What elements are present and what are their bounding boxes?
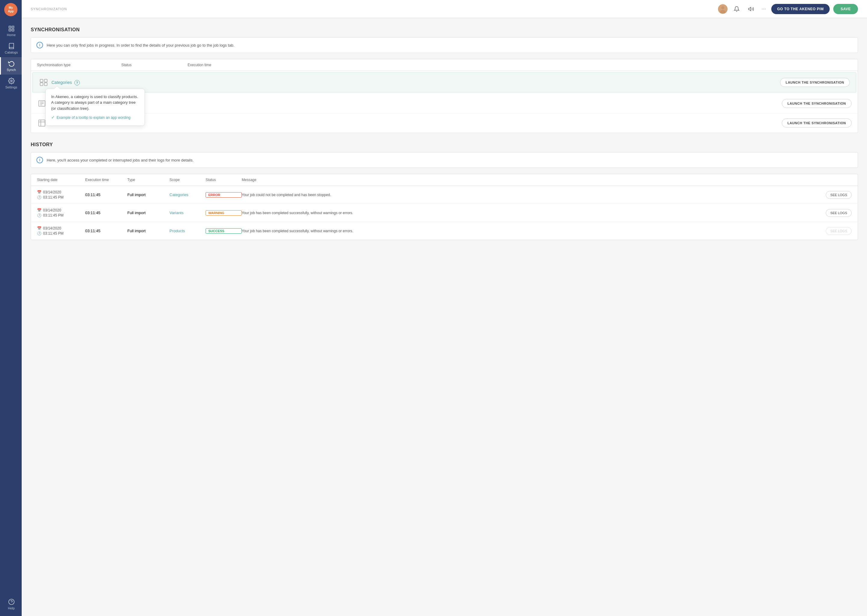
calendar-icon-0: 📅 [37,190,41,194]
execution-time-0: 03:11:45 [85,193,127,197]
scope-2[interactable]: Products [169,229,206,233]
app-logo[interactable]: My App [4,3,17,16]
categories-icon [39,78,49,87]
bell-icon [734,6,740,12]
date-line-0: 📅 03/14/2020 [37,190,85,194]
time-line-2: 🕐 03:11:45 PM [37,231,85,236]
scope-1[interactable]: Variants [169,211,206,215]
sync-type-cell-categories: Categories ? In Akeneo, a category is us… [39,78,123,87]
time-value-2: 03:11:45 PM [43,231,63,236]
date-value-2: 03/14/2020 [43,226,61,230]
sidebar-item-catalogs[interactable]: Catalogs [0,40,22,57]
help-icon [8,599,15,605]
sync-col-type: Synchronisation type [37,63,121,67]
sync-info-text: Here you can only find jobs in progress.… [47,43,235,47]
history-info-banner: i Here, you'll access your completed or … [31,152,858,168]
sidebar-item-settings[interactable]: Settings [0,75,22,92]
date-cell-1: 📅 03/14/2020 🕐 03:11:45 PM [37,208,85,217]
history-table-header: Starting date Execution time Type Scope … [31,174,858,186]
settings-icon [8,78,15,84]
sync-row-categories: Categories ? In Akeneo, a category is us… [32,72,856,93]
history-section: HISTORY i Here, you'll access your compl… [31,142,858,240]
calendar-icon-1: 📅 [37,208,41,212]
main-content: SYNCHRONIZATION ··· GO TO THE AKENEO PIM [22,0,867,616]
see-logs-button-1[interactable]: SEE LOGS [826,209,852,217]
sync-row-products: Products ? LAUNCH THE SYNCHRONISATION [31,94,858,113]
type-1: Full import [127,211,169,215]
sidebar: My App Home Catalogs Synch Settings Help [0,0,22,616]
svg-rect-10 [40,79,43,82]
categories-help-button[interactable]: ? [74,80,80,85]
date-line-1: 📅 03/14/2020 [37,208,85,212]
sidebar-item-help[interactable]: Help [5,596,16,613]
calendar-icon-2: 📅 [37,226,41,230]
message-0: Your job could not be completed and has … [242,193,826,197]
sync-section-title: SYNCHRONISATION [31,27,858,33]
catalogs-icon [8,43,15,49]
history-col-status: Status [206,178,242,182]
clock-icon-1: 🕐 [37,213,41,217]
svg-rect-13 [44,83,47,85]
history-info-icon: i [36,157,43,163]
time-value-1: 03:11:45 PM [43,213,63,217]
announcements-button[interactable] [746,4,757,14]
date-value-0: 03/14/2020 [43,190,61,194]
history-col-type: Type [127,178,169,182]
history-col-date: Starting date [37,178,85,182]
svg-rect-0 [9,26,11,28]
date-cell-2: 📅 03/14/2020 🕐 03:11:45 PM [37,226,85,236]
sync-col-execution: Execution time [188,63,852,67]
categories-tooltip-container: Categories ? In Akeneo, a category is us… [52,80,80,85]
svg-point-8 [720,10,725,13]
sidebar-item-help-label: Help [8,607,15,610]
info-icon: i [36,42,43,49]
sidebar-item-synch[interactable]: Synch [0,57,22,75]
time-line-0: 🕐 03:11:45 PM [37,195,85,200]
history-section-title: HISTORY [31,142,858,148]
execution-time-2: 03:11:45 [85,229,127,233]
svg-marker-9 [749,7,751,11]
sync-section: SYNCHRONISATION i Here you can only find… [31,27,858,133]
history-row-1: 📅 03/14/2020 🕐 03:11:45 PM 03:11:45 Full… [31,204,858,222]
scope-0[interactable]: Categories [169,193,206,197]
history-col-execution: Execution time [85,178,127,182]
time-line-1: 🕐 03:11:45 PM [37,213,85,217]
products-launch-button[interactable]: LAUNCH THE SYNCHRONISATION [782,99,852,108]
synch-icon [8,60,15,67]
tooltip-text: In Akeneo, a category is used to classif… [51,94,139,112]
date-cell-0: 📅 03/14/2020 🕐 03:11:45 PM [37,190,85,200]
tooltip-footer: ✓ Example of a tooltip to explain an app… [51,114,139,121]
history-row-2: 📅 03/14/2020 🕐 03:11:45 PM 03:11:45 Full… [31,222,858,240]
history-row-0: 📅 03/14/2020 🕐 03:11:45 PM 03:11:45 Full… [31,186,858,204]
notifications-bell-button[interactable] [731,4,742,14]
history-col-message: Message [242,178,852,182]
avatar-image [719,5,727,13]
sidebar-item-home[interactable]: Home [0,22,22,40]
svg-rect-11 [44,79,47,82]
avatar [718,4,728,14]
sync-info-banner: i Here you can only find jobs in progres… [31,37,858,53]
svg-rect-1 [12,26,14,28]
header: SYNCHRONIZATION ··· GO TO THE AKENEO PIM [22,0,867,18]
save-button[interactable]: SAVE [833,4,858,14]
categories-tooltip: In Akeneo, a category is used to classif… [46,89,145,126]
variants-launch-button[interactable]: LAUNCH THE SYNCHRONISATION [782,118,852,127]
sidebar-bottom: Help [5,596,16,613]
clock-icon-2: 🕐 [37,231,41,236]
time-value-0: 03:11:45 PM [43,195,63,200]
see-logs-button-2: SEE LOGS [826,227,852,235]
see-logs-button-0[interactable]: SEE LOGS [826,191,852,199]
categories-launch-button[interactable]: LAUNCH THE SYNCHRONISATION [780,78,850,87]
megaphone-icon [748,6,754,12]
history-info-text: Here, you'll access your completed or in… [47,158,194,162]
sidebar-item-settings-label: Settings [5,85,17,89]
sidebar-item-catalogs-label: Catalogs [5,50,18,54]
go-to-akeneo-button[interactable]: GO TO THE AKENEO PIM [771,4,830,14]
more-options-button[interactable]: ··· [760,4,768,14]
sidebar-item-synch-label: Synch [6,68,16,72]
home-icon [8,25,15,32]
history-card: Starting date Execution time Type Scope … [31,174,858,240]
message-2: Your job has been completed successfully… [242,229,826,233]
tooltip-footer-text: Example of a tooltip to explain an app w… [57,115,131,120]
page-title: SYNCHRONIZATION [31,7,67,11]
